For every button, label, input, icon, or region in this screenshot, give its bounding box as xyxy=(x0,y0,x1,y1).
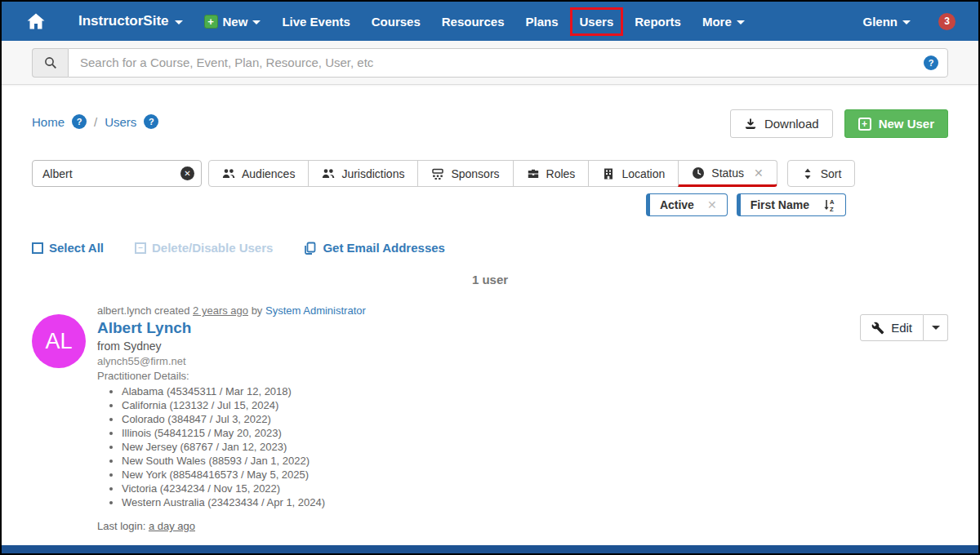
list-item: Illinois (54841215 / May 20, 2023) xyxy=(122,426,860,440)
minus-square-icon: – xyxy=(135,242,146,254)
breadcrumb: Home ? / Users ? xyxy=(32,114,158,129)
remove-chip-icon[interactable]: ✕ xyxy=(707,198,717,211)
nav-item-resources[interactable]: Resources xyxy=(442,15,505,29)
creator-link[interactable]: System Administrator xyxy=(265,304,366,317)
chevron-down-icon xyxy=(902,20,911,24)
filter-button-group: Audiences Jurisdictions Sponsors Roles L… xyxy=(208,160,777,187)
briefcase-icon xyxy=(527,167,540,180)
list-item: Western Australia (23423434 / Apr 1, 202… xyxy=(122,495,860,509)
list-item: California (123132 / Jul 15, 2024) xyxy=(122,398,860,412)
get-email-addresses-link[interactable]: Get Email Addresses xyxy=(304,241,445,255)
select-all-link[interactable]: Select All xyxy=(32,241,104,255)
roles-filter-button[interactable]: Roles xyxy=(513,160,590,187)
nav-item-more[interactable]: More xyxy=(702,15,745,29)
chevron-down-icon xyxy=(737,20,745,24)
practitioner-details-list: Alabama (45345311 / Mar 12, 2018) Califo… xyxy=(122,384,860,509)
podium-icon xyxy=(431,167,444,180)
svg-text:Z: Z xyxy=(830,206,834,212)
app-window: InstructorSite + New Live Events Courses… xyxy=(0,0,980,555)
download-button[interactable]: Download xyxy=(730,109,833,138)
last-login: Last login: a day ago xyxy=(97,520,860,532)
checkbox-icon[interactable] xyxy=(32,242,43,254)
people-icon xyxy=(322,167,335,180)
nav-item-courses[interactable]: Courses xyxy=(372,15,421,29)
nav-item-live-events[interactable]: Live Events xyxy=(282,15,350,29)
user-email: alynch55@firm.net xyxy=(97,355,860,367)
sort-first-name-chip[interactable]: First Name AZ xyxy=(737,193,846,216)
jurisdictions-filter-button[interactable]: Jurisdictions xyxy=(308,160,418,187)
status-filter-button[interactable]: Status ✕ xyxy=(678,160,777,187)
search-input[interactable] xyxy=(68,48,948,78)
list-item: Victoria (4234234 / Nov 15, 2022) xyxy=(122,482,860,495)
nav-item-reports[interactable]: Reports xyxy=(635,15,681,29)
clear-filter-icon[interactable]: ✕ xyxy=(180,166,194,180)
remove-status-filter-icon[interactable]: ✕ xyxy=(754,166,764,180)
breadcrumb-users[interactable]: Users xyxy=(105,115,136,129)
list-item: New York (88548416573 / May 5, 2025) xyxy=(122,468,860,482)
list-item: New South Wales (88593 / Jan 1, 2022) xyxy=(122,454,860,468)
user-menu[interactable]: Glenn xyxy=(862,15,911,29)
download-icon xyxy=(744,118,757,131)
list-item: New Jersey (68767 / Jan 12, 2023) xyxy=(122,440,860,454)
practitioner-details-label: Practitioner Details: xyxy=(97,370,860,382)
help-icon[interactable]: ? xyxy=(72,114,87,129)
list-item: Colorado (384847 / Jul 3, 2022) xyxy=(122,412,860,426)
result-count: 1 user xyxy=(32,273,948,286)
edit-dropdown-button[interactable] xyxy=(924,314,948,341)
search-button[interactable] xyxy=(32,48,68,78)
chevron-down-icon xyxy=(175,20,183,24)
top-navbar: InstructorSite + New Live Events Courses… xyxy=(2,2,978,41)
new-user-button[interactable]: + New User xyxy=(844,109,948,138)
global-search-bar: ? xyxy=(2,41,978,85)
footer-bar xyxy=(2,545,978,553)
nav-item-new[interactable]: + New xyxy=(204,15,261,29)
nav-item-plans[interactable]: Plans xyxy=(526,15,559,29)
breadcrumb-home[interactable]: Home xyxy=(32,115,65,129)
location-filter-button[interactable]: Location xyxy=(588,160,679,187)
avatar[interactable]: AL xyxy=(32,314,86,368)
brand-menu[interactable]: InstructorSite xyxy=(78,13,183,29)
delete-disable-users-link: – Delete/Disable Users xyxy=(135,241,273,255)
sort-button[interactable]: Sort xyxy=(787,160,856,187)
help-icon[interactable]: ? xyxy=(144,114,158,129)
search-icon xyxy=(44,56,57,69)
nav-item-users[interactable]: Users xyxy=(580,15,614,29)
brand-label: InstructorSite xyxy=(78,13,169,29)
edit-user-button[interactable]: Edit xyxy=(860,314,924,341)
help-icon[interactable]: ? xyxy=(924,56,938,70)
created-time-link[interactable]: 2 years ago xyxy=(193,304,248,317)
sponsors-filter-button[interactable]: Sponsors xyxy=(417,160,513,187)
sort-az-icon: AZ xyxy=(822,198,835,211)
wrench-icon xyxy=(871,322,884,335)
plus-icon: + xyxy=(858,118,871,131)
list-item: Alabama (45345311 / Mar 12, 2018) xyxy=(122,384,860,398)
user-meta: albert.lynch created 2 years ago by Syst… xyxy=(97,304,860,317)
last-login-time-link[interactable]: a day ago xyxy=(149,520,195,532)
user-filter-input[interactable] xyxy=(32,160,202,187)
copy-icon xyxy=(304,242,317,255)
user-name-link[interactable]: Albert Lynch xyxy=(97,319,860,337)
audiences-filter-button[interactable]: Audiences xyxy=(208,160,309,187)
notification-badge[interactable]: 3 xyxy=(938,13,956,30)
user-location: from Sydney xyxy=(97,340,860,353)
chevron-down-icon xyxy=(252,20,261,24)
active-status-chip[interactable]: Active ✕ xyxy=(646,193,728,216)
people-icon xyxy=(222,167,235,180)
clock-icon xyxy=(692,166,705,180)
building-icon xyxy=(602,167,615,180)
chevron-down-icon xyxy=(932,326,940,330)
sort-icon xyxy=(801,167,814,180)
plus-icon: + xyxy=(204,15,218,29)
user-list-item: AL albert.lynch created 2 years ago by S… xyxy=(32,304,948,532)
home-icon[interactable] xyxy=(26,11,46,31)
